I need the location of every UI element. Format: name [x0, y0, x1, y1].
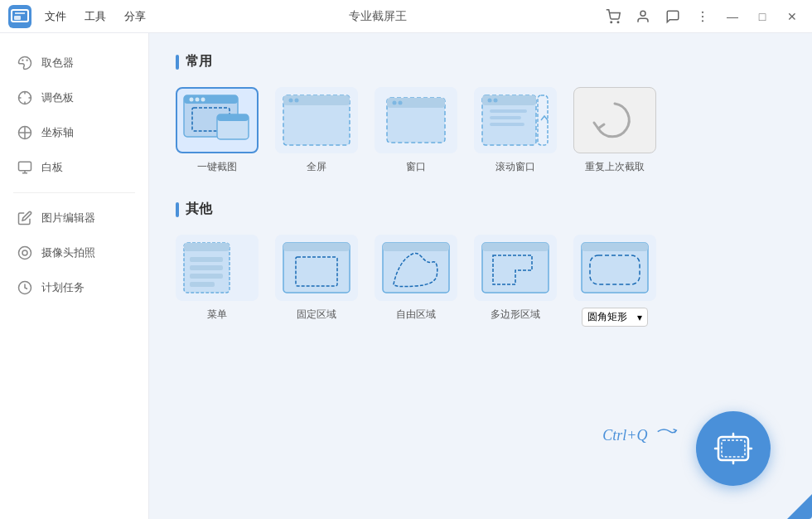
svg-rect-29	[217, 114, 249, 121]
sidebar-label-axis: 坐标轴	[41, 125, 74, 140]
svg-rect-16	[19, 162, 31, 171]
capture-icon-polygon-area	[474, 235, 557, 301]
svg-point-41	[494, 99, 498, 103]
capture-label-free-area: 自由区域	[396, 308, 436, 322]
svg-rect-51	[190, 282, 215, 287]
svg-point-10	[22, 60, 23, 61]
sidebar-item-palette[interactable]: 调色板	[0, 81, 148, 114]
corner-decoration	[787, 494, 812, 519]
sidebar-item-camera[interactable]: 摄像头拍照	[0, 236, 148, 269]
user-icon[interactable]	[631, 5, 655, 28]
capture-icon-scroll-window	[474, 87, 557, 153]
sidebar-item-scheduler[interactable]: 计划任务	[0, 271, 148, 304]
capture-icon-menu	[176, 235, 259, 301]
sidebar-label-image-editor: 图片编辑器	[41, 211, 95, 226]
svg-rect-53	[283, 243, 350, 251]
svg-rect-49	[190, 265, 223, 270]
capture-item-menu[interactable]: 菜单	[176, 235, 259, 327]
svg-rect-31	[283, 95, 350, 105]
svg-rect-45	[538, 95, 548, 145]
sidebar-label-whiteboard: 白板	[41, 160, 63, 175]
capture-item-rounded-rect[interactable]: 圆角矩形 ▾	[573, 235, 656, 327]
axis-icon	[17, 124, 33, 141]
svg-point-24	[190, 98, 194, 102]
other-capture-grid: 菜单 固定区域	[176, 235, 785, 327]
titlebar: 文件 工具 分享 专业截屏王 — □	[0, 0, 812, 33]
capture-item-window[interactable]: 窗口	[375, 87, 457, 174]
svg-rect-43	[490, 116, 521, 119]
svg-rect-47	[184, 243, 230, 251]
color-picker-icon	[17, 55, 33, 71]
cart-icon[interactable]	[602, 5, 625, 28]
content-area: 常用	[149, 33, 812, 519]
maximize-button[interactable]: □	[751, 5, 774, 28]
svg-point-40	[488, 99, 492, 103]
svg-point-32	[289, 99, 293, 103]
shortcut-label: Ctrl+Q	[602, 427, 647, 444]
svg-rect-58	[482, 243, 549, 251]
svg-point-19	[19, 247, 31, 260]
minimize-button[interactable]: —	[721, 5, 744, 28]
svg-point-11	[27, 60, 28, 61]
capture-label-menu: 菜单	[207, 308, 227, 322]
section-other-title: 其他	[176, 201, 785, 218]
capture-item-polygon-area[interactable]: 多边形区域	[474, 235, 557, 327]
capture-label-polygon-area: 多边形区域	[491, 308, 540, 322]
camera-icon	[17, 245, 33, 261]
svg-point-33	[295, 99, 299, 103]
rounded-rect-dropdown-label: 圆角矩形	[587, 310, 627, 324]
capture-label-window: 窗口	[406, 160, 426, 174]
capture-icon-fixed-area	[275, 235, 358, 301]
rounded-rect-dropdown[interactable]: 圆角矩形 ▾	[582, 308, 648, 327]
section-common-title: 常用	[176, 53, 785, 70]
capture-label-scroll-window: 滚动窗口	[495, 160, 535, 174]
scheduler-icon	[17, 279, 33, 296]
close-button[interactable]: ✕	[781, 5, 804, 28]
svg-point-25	[196, 98, 200, 102]
sidebar-item-whiteboard[interactable]: 白板	[0, 151, 148, 184]
svg-point-5	[617, 22, 619, 23]
sidebar-label-palette: 调色板	[41, 90, 74, 105]
more-icon[interactable]	[691, 5, 714, 28]
image-editor-icon	[17, 210, 33, 226]
capture-item-fullscreen[interactable]: 全屏	[275, 87, 358, 174]
capture-icon-window	[375, 87, 457, 153]
svg-rect-50	[190, 274, 223, 279]
main-layout: 取色器 调色板 坐标轴	[0, 33, 812, 519]
sidebar: 取色器 调色板 坐标轴	[0, 33, 149, 519]
capture-item-repeat-last[interactable]: 重复上次截取	[573, 87, 656, 174]
capture-item-scroll-window[interactable]: 滚动窗口	[474, 87, 557, 174]
titlebar-actions: — □ ✕	[602, 5, 804, 28]
svg-rect-48	[190, 257, 223, 262]
capture-icon-one-click	[176, 87, 259, 153]
svg-rect-3	[14, 16, 21, 20]
menu-tools[interactable]: 工具	[76, 6, 114, 27]
chat-icon[interactable]	[661, 5, 684, 28]
capture-item-free-area[interactable]: 自由区域	[375, 235, 457, 327]
whiteboard-icon	[17, 159, 33, 176]
sidebar-item-axis[interactable]: 坐标轴	[0, 116, 148, 149]
capture-icon-free-area	[375, 235, 457, 301]
svg-point-9	[702, 20, 703, 22]
svg-point-8	[702, 15, 703, 17]
sidebar-label-scheduler: 计划任务	[41, 280, 85, 295]
capture-item-one-click[interactable]: 一键截图	[176, 87, 259, 174]
svg-point-6	[640, 11, 645, 16]
palette-icon	[17, 90, 33, 106]
shortcut-text: Ctrl+Q	[602, 424, 679, 444]
menu-file[interactable]: 文件	[36, 6, 75, 27]
sidebar-item-image-editor[interactable]: 图片编辑器	[0, 201, 148, 235]
capture-label-fullscreen: 全屏	[307, 160, 326, 174]
capture-label-one-click: 一键截图	[197, 160, 237, 174]
app-title: 专业截屏王	[154, 9, 602, 24]
sidebar-label-color-picker: 取色器	[41, 56, 74, 70]
sidebar-item-color-picker[interactable]: 取色器	[0, 46, 148, 80]
capture-item-fixed-area[interactable]: 固定区域	[275, 235, 358, 327]
capture-label-fixed-area: 固定区域	[297, 308, 336, 322]
fab-capture-button[interactable]	[696, 411, 771, 486]
menu-share[interactable]: 分享	[116, 6, 154, 27]
titlebar-menus: 文件 工具 分享	[36, 6, 154, 27]
sidebar-divider	[13, 192, 135, 193]
app-logo	[8, 5, 31, 28]
svg-point-4	[611, 22, 612, 23]
